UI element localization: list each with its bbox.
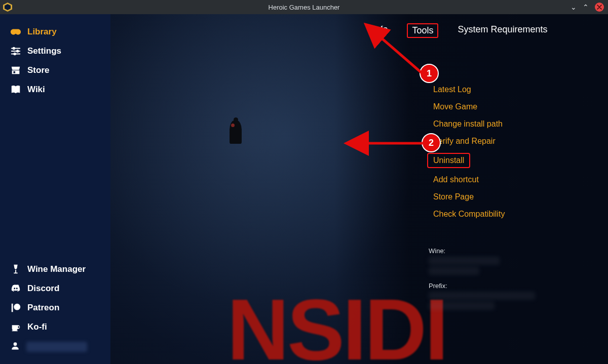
user-icon (10, 341, 20, 353)
sidebar-item-label: Ko-fi (27, 322, 47, 332)
tab-system-requirements[interactable]: System Requirements (455, 23, 549, 38)
tool-verify-and-repair[interactable]: Verify and Repair (432, 136, 497, 147)
app-icon (3, 3, 12, 12)
tool-uninstall[interactable]: Uninstall (427, 153, 470, 168)
sidebar-bottom: Wine Manager Discord Patreon Ko-fi (0, 260, 110, 360)
sidebar-item-label: Wine Manager (27, 264, 86, 274)
sidebar-item-library[interactable]: Library (8, 22, 102, 42)
game-detail-tabs: Info Tools System Requirements (318, 23, 602, 38)
game-info-block: Wine: Prefix: (429, 247, 535, 314)
sidebar-item-store[interactable]: Store (8, 61, 102, 80)
sidebar-item-kofi[interactable]: Ko-fi (8, 317, 102, 337)
sidebar-item-settings[interactable]: Settings (8, 42, 102, 61)
tool-check-compatibility[interactable]: Check Compatibility (432, 209, 506, 220)
svg-point-5 (14, 342, 17, 346)
info-wine-value-redacted (429, 267, 479, 275)
sidebar-item-label: Wiki (27, 85, 45, 95)
coffee-icon (10, 321, 21, 333)
sidebar-account[interactable] (8, 337, 102, 357)
svg-point-4 (14, 304, 20, 310)
sliders-icon (10, 46, 21, 57)
sidebar-item-discord[interactable]: Discord (8, 279, 102, 298)
svg-line-6 (379, 36, 425, 75)
annotation-arrow-2 (359, 136, 435, 153)
sidebar: Library Settings Store Wiki (0, 14, 110, 364)
main-content: NSIDI Info Tools System Requirements Lat… (110, 14, 608, 364)
titlebar: Heroic Games Launcher ⌄ ⌃ (0, 0, 608, 14)
tool-add-shortcut[interactable]: Add shortcut (432, 174, 480, 185)
svg-point-1 (17, 50, 19, 52)
annotation-step-1: 1 (420, 64, 439, 83)
book-icon (10, 84, 21, 95)
patreon-icon (10, 302, 21, 313)
sidebar-item-label: Library (27, 27, 57, 37)
tool-move-game[interactable]: Move Game (432, 101, 478, 112)
sidebar-item-wine-manager[interactable]: Wine Manager (8, 260, 102, 279)
info-prefix-value-redacted (429, 292, 535, 300)
svg-point-0 (13, 48, 15, 50)
sidebar-item-patreon[interactable]: Patreon (8, 298, 102, 317)
account-name-redacted (26, 342, 87, 352)
svg-point-2 (14, 53, 16, 55)
discord-icon (10, 283, 21, 294)
sidebar-top: Library Settings Store Wiki (0, 22, 110, 99)
tool-latest-log[interactable]: Latest Log (432, 84, 472, 95)
wine-glass-icon (10, 264, 21, 275)
sidebar-item-wiki[interactable]: Wiki (8, 80, 102, 99)
close-button[interactable] (595, 3, 604, 12)
sidebar-item-label: Settings (27, 46, 61, 56)
window-controls: ⌄ ⌃ (571, 3, 608, 12)
store-icon (10, 65, 21, 76)
game-title-art: NSIDI (227, 280, 446, 364)
sidebar-item-label: Discord (27, 284, 59, 294)
tool-store-page[interactable]: Store Page (432, 191, 475, 203)
tools-menu: Latest Log Move Game Change install path… (432, 84, 506, 220)
game-art-silhouette (230, 120, 242, 144)
app-body: Library Settings Store Wiki (0, 14, 608, 364)
info-wine-value-redacted (429, 257, 500, 265)
info-prefix-value-redacted (429, 302, 495, 310)
maximize-icon[interactable]: ⌃ (583, 3, 589, 11)
gamepad-icon (10, 26, 21, 37)
sidebar-item-label: Patreon (27, 303, 59, 313)
minimize-icon[interactable]: ⌄ (571, 3, 577, 11)
tab-tools[interactable]: Tools (407, 23, 438, 38)
info-wine-label: Wine: (429, 247, 445, 255)
svg-rect-3 (12, 304, 13, 312)
tool-change-install-path[interactable]: Change install path (432, 118, 504, 130)
sidebar-item-label: Store (27, 65, 49, 75)
tab-info[interactable]: Info (370, 23, 390, 38)
info-prefix-label: Prefix: (429, 282, 447, 290)
window-title: Heroic Games Launcher (0, 4, 608, 11)
